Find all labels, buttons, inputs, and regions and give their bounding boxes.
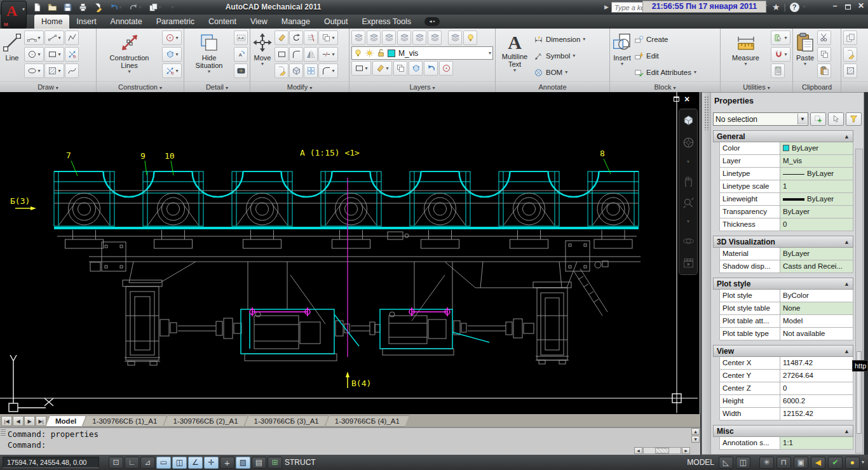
layer-unisolate-button[interactable] bbox=[428, 30, 442, 45]
model-space-button[interactable]: MODEL bbox=[687, 458, 714, 467]
ribbon-extra-button-2[interactable] bbox=[843, 47, 857, 62]
create-block-button[interactable]: Create bbox=[634, 33, 718, 46]
section-header-general[interactable]: General▲ bbox=[713, 130, 853, 142]
construction-lines-button[interactable]: Construction Lines▾ bbox=[98, 30, 160, 81]
polar-tracking-toggle[interactable]: ◫ bbox=[172, 457, 187, 469]
undo-button[interactable]: ▾ bbox=[107, 1, 125, 13]
zoom-icon[interactable] bbox=[682, 197, 695, 209]
construction-contour-button[interactable]: ▾ bbox=[162, 47, 182, 62]
layout-tab-3[interactable]: 1-309766СБ (3)_A1 bbox=[245, 415, 329, 427]
layer-walk-button[interactable] bbox=[409, 61, 423, 76]
dynamic-ucs-toggle[interactable]: + bbox=[220, 457, 234, 469]
struct-toggle[interactable]: ⊞ bbox=[268, 457, 282, 469]
layout-tab-model[interactable]: Model bbox=[46, 415, 86, 427]
layout-icon[interactable]: ◺ bbox=[719, 457, 733, 469]
chevron-down-icon[interactable]: ▾ bbox=[803, 4, 806, 10]
panel-label-annotate[interactable]: Annotate bbox=[496, 81, 609, 92]
ellipse-button[interactable]: ▾ bbox=[24, 64, 44, 78]
tab-manage[interactable]: Manage bbox=[275, 15, 317, 29]
match-properties-button[interactable] bbox=[275, 64, 288, 78]
trim-button[interactable] bbox=[304, 30, 318, 45]
edit-attributes-button[interactable]: Edit Attributes▾ bbox=[634, 66, 718, 79]
command-window-grip[interactable] bbox=[1, 429, 6, 437]
mirror-button[interactable] bbox=[304, 47, 318, 62]
scrollbar-track[interactable] bbox=[643, 447, 681, 454]
sheet-set-button[interactable]: ▾ bbox=[146, 1, 164, 13]
palette-scrollbar[interactable] bbox=[855, 149, 863, 453]
3d-operations-button[interactable] bbox=[289, 64, 303, 78]
polyline-button[interactable] bbox=[65, 30, 79, 45]
symbol-button[interactable]: Symbol▾ bbox=[534, 50, 607, 62]
viewcube-icon[interactable] bbox=[682, 114, 695, 126]
tab-express-tools[interactable]: Express Tools bbox=[355, 15, 418, 29]
multiline-text-button[interactable]: AMultiline Text▾ bbox=[498, 30, 532, 81]
command-prompt-line[interactable]: Command: bbox=[0, 439, 700, 450]
grid-display-toggle[interactable]: ⊿ bbox=[140, 457, 155, 469]
cut-button[interactable] bbox=[817, 30, 831, 45]
paste-button[interactable]: Paste▾ bbox=[795, 30, 815, 81]
tab-output[interactable]: Output bbox=[317, 15, 355, 29]
toggle-pickadd-button[interactable] bbox=[810, 112, 826, 126]
tab-content[interactable]: Content bbox=[201, 15, 243, 29]
centerline-button[interactable] bbox=[65, 47, 79, 62]
paste-special-button[interactable] bbox=[817, 64, 831, 78]
lineweight-value[interactable]: ByLayer bbox=[780, 193, 853, 206]
construction-circle-button[interactable]: ▾ bbox=[162, 30, 182, 45]
layer-merge-button[interactable] bbox=[439, 61, 453, 76]
insert-button[interactable]: Insert▾ bbox=[612, 30, 632, 81]
ribbon-minimize-button[interactable]: ◂ ▪ bbox=[424, 17, 440, 26]
drawing-restore-icon[interactable] bbox=[674, 97, 679, 102]
close-button[interactable]: ✕ bbox=[857, 2, 865, 10]
layer-isolate-button[interactable] bbox=[412, 30, 426, 45]
circle-button[interactable]: ▾ bbox=[24, 47, 44, 62]
make-current-button[interactable]: ▾ bbox=[351, 61, 371, 76]
power-snap-button[interactable]: ▾ bbox=[771, 47, 790, 62]
offset-button[interactable] bbox=[289, 47, 303, 62]
detail-view-button[interactable] bbox=[234, 30, 248, 45]
selection-dropdown[interactable]: No selection▼ bbox=[713, 112, 808, 126]
dimension-button[interactable]: Dimension▾ bbox=[534, 33, 607, 46]
drawing-canvas[interactable]: А (1:15) <1> 7 9 10 8 Б(3) В(4) × bbox=[0, 92, 700, 414]
ribbon-extra-button-3[interactable] bbox=[843, 64, 857, 78]
status-menu-icon[interactable]: ▾ bbox=[862, 460, 864, 465]
layout-tab-1[interactable]: 1-309766СБ (1)_A1 bbox=[83, 415, 166, 427]
dynamic-input-toggle[interactable]: ▨ bbox=[236, 457, 250, 469]
array-button[interactable] bbox=[304, 64, 318, 78]
shadow-value[interactable]: Casts and Recei... bbox=[780, 260, 853, 273]
power-view-button[interactable] bbox=[234, 64, 248, 78]
new-button[interactable] bbox=[31, 1, 44, 13]
trusted-dwg-icon[interactable]: ✔ bbox=[828, 457, 843, 469]
showmotion-icon[interactable] bbox=[682, 257, 695, 269]
panel-label-layers[interactable]: Layers▾ bbox=[349, 81, 495, 92]
edit-block-button[interactable]: Edit bbox=[634, 50, 718, 62]
section-header-3d[interactable]: 3D Visualization▲ bbox=[713, 236, 853, 248]
redo-button[interactable]: ▾ bbox=[126, 1, 144, 13]
panel-label-modify[interactable]: Modify▾ bbox=[250, 81, 349, 92]
struct-label[interactable]: STRUCT bbox=[285, 458, 316, 467]
tab-annotate[interactable]: Annotate bbox=[104, 15, 149, 29]
panel-label-construction[interactable]: Construction▾ bbox=[97, 81, 184, 92]
arc-button[interactable]: ▾ bbox=[24, 30, 44, 45]
panel-label-utilities[interactable]: Utilities▾ bbox=[721, 81, 792, 92]
scroll-left-icon[interactable]: ◀ bbox=[634, 447, 642, 454]
quick-properties-toggle[interactable]: ▤ bbox=[252, 457, 266, 469]
tab-view[interactable]: View bbox=[243, 15, 275, 29]
layer-freeze-button[interactable] bbox=[448, 30, 462, 45]
layer-value[interactable]: M_vis bbox=[780, 155, 853, 168]
workspace-switching-icon[interactable]: ✳ bbox=[759, 457, 774, 469]
hardware-acceleration-icon[interactable]: ▣ bbox=[794, 457, 808, 469]
drawing-close-icon[interactable]: × bbox=[684, 95, 689, 103]
construction-line-button[interactable]: ▾ bbox=[44, 30, 64, 45]
scroll-right-icon[interactable]: ▶ bbox=[682, 447, 690, 454]
layer-erase-button[interactable]: ▾ bbox=[372, 61, 392, 76]
move-button[interactable]: Move▾ bbox=[252, 30, 273, 81]
section-header-misc[interactable]: Misc▲ bbox=[713, 425, 853, 437]
bom-button[interactable]: BOM▾ bbox=[534, 66, 607, 79]
help-icon[interactable]: ? bbox=[790, 3, 799, 12]
layout-tab-4[interactable]: 1-309766СБ (4)_A1 bbox=[325, 415, 409, 427]
ortho-mode-toggle[interactable]: ▭ bbox=[156, 457, 171, 469]
annotation-scale-value[interactable]: 1:1 bbox=[780, 437, 853, 450]
quick-select-button[interactable]: ▾ bbox=[771, 30, 790, 45]
power-erase-button[interactable] bbox=[275, 30, 288, 45]
measure-button[interactable]: Measure▾ bbox=[722, 30, 769, 81]
